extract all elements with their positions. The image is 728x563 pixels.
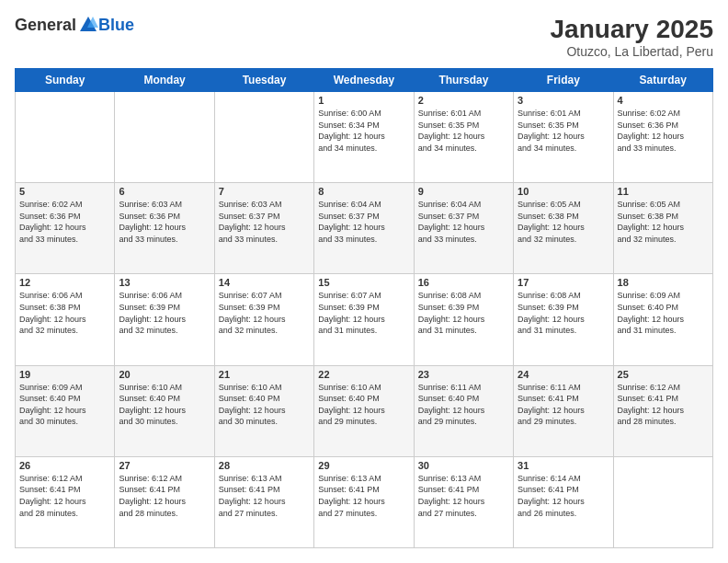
table-row: 17Sunrise: 6:08 AMSunset: 6:39 PMDayligh… xyxy=(514,274,613,365)
table-row: 2Sunrise: 6:01 AMSunset: 6:35 PMDaylight… xyxy=(414,92,513,183)
day-number: 19 xyxy=(19,369,110,380)
day-number: 30 xyxy=(418,460,509,471)
day-info: Sunrise: 6:06 AMSunset: 6:38 PMDaylight:… xyxy=(19,290,110,336)
table-row: 18Sunrise: 6:09 AMSunset: 6:40 PMDayligh… xyxy=(613,274,712,365)
col-friday: Friday xyxy=(514,69,613,92)
day-number: 17 xyxy=(518,277,609,288)
calendar-week-row: 12Sunrise: 6:06 AMSunset: 6:38 PMDayligh… xyxy=(16,274,713,365)
day-number: 15 xyxy=(318,277,409,288)
day-number: 9 xyxy=(418,186,509,197)
col-saturday: Saturday xyxy=(613,69,712,92)
day-number: 26 xyxy=(19,460,110,471)
table-row: 21Sunrise: 6:10 AMSunset: 6:40 PMDayligh… xyxy=(214,365,313,456)
header: General Blue January 2025 Otuzco, La Lib… xyxy=(15,15,713,59)
table-row xyxy=(115,92,214,183)
table-row: 26Sunrise: 6:12 AMSunset: 6:41 PMDayligh… xyxy=(16,456,115,547)
location-title: Otuzco, La Libertad, Peru xyxy=(551,44,713,59)
day-number: 14 xyxy=(219,277,310,288)
day-number: 7 xyxy=(219,186,310,197)
day-info: Sunrise: 6:01 AMSunset: 6:35 PMDaylight:… xyxy=(518,108,609,154)
table-row: 29Sunrise: 6:13 AMSunset: 6:41 PMDayligh… xyxy=(314,456,414,547)
day-number: 1 xyxy=(318,95,409,106)
table-row: 22Sunrise: 6:10 AMSunset: 6:40 PMDayligh… xyxy=(314,365,414,456)
day-info: Sunrise: 6:10 AMSunset: 6:40 PMDaylight:… xyxy=(318,382,409,428)
day-info: Sunrise: 6:10 AMSunset: 6:40 PMDaylight:… xyxy=(219,382,310,428)
col-thursday: Thursday xyxy=(414,69,513,92)
day-info: Sunrise: 6:04 AMSunset: 6:37 PMDaylight:… xyxy=(318,199,409,245)
day-info: Sunrise: 6:03 AMSunset: 6:37 PMDaylight:… xyxy=(219,199,310,245)
day-number: 2 xyxy=(418,95,509,106)
day-number: 11 xyxy=(618,186,709,197)
day-info: Sunrise: 6:07 AMSunset: 6:39 PMDaylight:… xyxy=(318,290,409,336)
table-row: 12Sunrise: 6:06 AMSunset: 6:38 PMDayligh… xyxy=(16,274,115,365)
table-row: 20Sunrise: 6:10 AMSunset: 6:40 PMDayligh… xyxy=(115,365,214,456)
table-row: 16Sunrise: 6:08 AMSunset: 6:39 PMDayligh… xyxy=(414,274,513,365)
table-row: 15Sunrise: 6:07 AMSunset: 6:39 PMDayligh… xyxy=(314,274,414,365)
table-row: 14Sunrise: 6:07 AMSunset: 6:39 PMDayligh… xyxy=(214,274,313,365)
day-number: 28 xyxy=(219,460,310,471)
day-info: Sunrise: 6:12 AMSunset: 6:41 PMDaylight:… xyxy=(618,382,709,428)
day-info: Sunrise: 6:13 AMSunset: 6:41 PMDaylight:… xyxy=(219,473,310,519)
col-tuesday: Tuesday xyxy=(214,69,313,92)
day-info: Sunrise: 6:02 AMSunset: 6:36 PMDaylight:… xyxy=(19,199,110,245)
table-row: 23Sunrise: 6:11 AMSunset: 6:40 PMDayligh… xyxy=(414,365,513,456)
day-number: 21 xyxy=(219,369,310,380)
calendar-week-row: 1Sunrise: 6:00 AMSunset: 6:34 PMDaylight… xyxy=(16,92,713,183)
table-row: 5Sunrise: 6:02 AMSunset: 6:36 PMDaylight… xyxy=(16,183,115,274)
logo-icon xyxy=(78,15,98,35)
table-row xyxy=(214,92,313,183)
table-row xyxy=(16,92,115,183)
table-row: 4Sunrise: 6:02 AMSunset: 6:36 PMDaylight… xyxy=(613,92,712,183)
day-info: Sunrise: 6:00 AMSunset: 6:34 PMDaylight:… xyxy=(318,108,409,154)
day-number: 27 xyxy=(119,460,210,471)
day-info: Sunrise: 6:10 AMSunset: 6:40 PMDaylight:… xyxy=(119,382,210,428)
day-info: Sunrise: 6:05 AMSunset: 6:38 PMDaylight:… xyxy=(518,199,609,245)
table-row: 31Sunrise: 6:14 AMSunset: 6:41 PMDayligh… xyxy=(514,456,613,547)
day-info: Sunrise: 6:09 AMSunset: 6:40 PMDaylight:… xyxy=(19,382,110,428)
day-number: 4 xyxy=(618,95,709,106)
month-title: January 2025 xyxy=(551,15,713,44)
table-row: 8Sunrise: 6:04 AMSunset: 6:37 PMDaylight… xyxy=(314,183,414,274)
table-row: 3Sunrise: 6:01 AMSunset: 6:35 PMDaylight… xyxy=(514,92,613,183)
logo: General Blue xyxy=(15,15,134,35)
table-row: 1Sunrise: 6:00 AMSunset: 6:34 PMDaylight… xyxy=(314,92,414,183)
calendar-table: Sunday Monday Tuesday Wednesday Thursday… xyxy=(15,68,713,548)
day-number: 25 xyxy=(618,369,709,380)
table-row: 19Sunrise: 6:09 AMSunset: 6:40 PMDayligh… xyxy=(16,365,115,456)
day-number: 24 xyxy=(518,369,609,380)
table-row: 10Sunrise: 6:05 AMSunset: 6:38 PMDayligh… xyxy=(514,183,613,274)
col-monday: Monday xyxy=(115,69,214,92)
day-info: Sunrise: 6:08 AMSunset: 6:39 PMDaylight:… xyxy=(518,290,609,336)
day-number: 5 xyxy=(19,186,110,197)
page: General Blue January 2025 Otuzco, La Lib… xyxy=(0,0,728,563)
day-number: 13 xyxy=(119,277,210,288)
day-info: Sunrise: 6:13 AMSunset: 6:41 PMDaylight:… xyxy=(418,473,509,519)
table-row: 7Sunrise: 6:03 AMSunset: 6:37 PMDaylight… xyxy=(214,183,313,274)
day-info: Sunrise: 6:14 AMSunset: 6:41 PMDaylight:… xyxy=(518,473,609,519)
day-info: Sunrise: 6:02 AMSunset: 6:36 PMDaylight:… xyxy=(618,108,709,154)
day-number: 20 xyxy=(119,369,210,380)
day-info: Sunrise: 6:06 AMSunset: 6:39 PMDaylight:… xyxy=(119,290,210,336)
table-row: 13Sunrise: 6:06 AMSunset: 6:39 PMDayligh… xyxy=(115,274,214,365)
day-number: 18 xyxy=(618,277,709,288)
day-info: Sunrise: 6:13 AMSunset: 6:41 PMDaylight:… xyxy=(318,473,409,519)
day-number: 29 xyxy=(318,460,409,471)
day-number: 31 xyxy=(518,460,609,471)
calendar-week-row: 26Sunrise: 6:12 AMSunset: 6:41 PMDayligh… xyxy=(16,456,713,547)
logo-blue: Blue xyxy=(98,16,134,35)
day-info: Sunrise: 6:11 AMSunset: 6:40 PMDaylight:… xyxy=(418,382,509,428)
table-row xyxy=(613,456,712,547)
table-row: 28Sunrise: 6:13 AMSunset: 6:41 PMDayligh… xyxy=(214,456,313,547)
col-wednesday: Wednesday xyxy=(314,69,414,92)
calendar-week-row: 19Sunrise: 6:09 AMSunset: 6:40 PMDayligh… xyxy=(16,365,713,456)
table-row: 30Sunrise: 6:13 AMSunset: 6:41 PMDayligh… xyxy=(414,456,513,547)
day-info: Sunrise: 6:05 AMSunset: 6:38 PMDaylight:… xyxy=(618,199,709,245)
day-info: Sunrise: 6:12 AMSunset: 6:41 PMDaylight:… xyxy=(119,473,210,519)
table-row: 27Sunrise: 6:12 AMSunset: 6:41 PMDayligh… xyxy=(115,456,214,547)
day-number: 6 xyxy=(119,186,210,197)
day-info: Sunrise: 6:01 AMSunset: 6:35 PMDaylight:… xyxy=(418,108,509,154)
col-sunday: Sunday xyxy=(16,69,115,92)
table-row: 25Sunrise: 6:12 AMSunset: 6:41 PMDayligh… xyxy=(613,365,712,456)
calendar-week-row: 5Sunrise: 6:02 AMSunset: 6:36 PMDaylight… xyxy=(16,183,713,274)
day-number: 22 xyxy=(318,369,409,380)
